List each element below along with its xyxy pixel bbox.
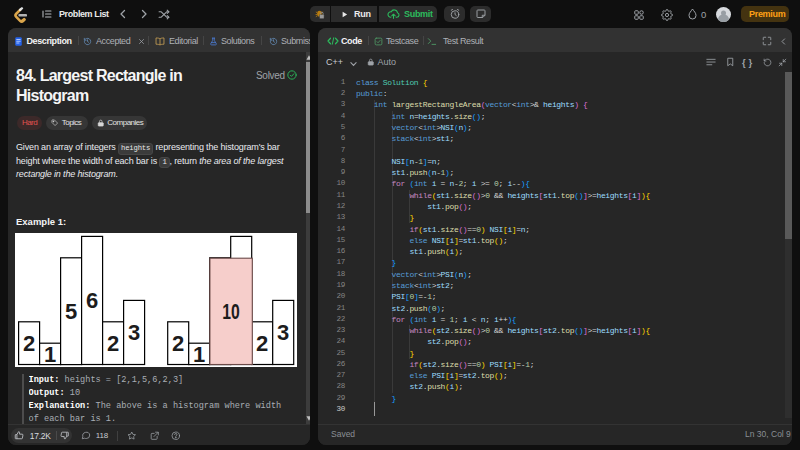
svg-text:3: 3 [127,320,139,345]
svg-text:2: 2 [22,331,34,356]
svg-text:3: 3 [277,320,289,345]
svg-text:2: 2 [256,331,268,356]
svg-text:1: 1 [193,341,205,366]
svg-text:1: 1 [43,341,55,366]
svg-text:10: 10 [222,299,240,324]
svg-text:5: 5 [64,299,76,324]
svg-text:2: 2 [106,331,118,356]
svg-text:2: 2 [172,331,184,356]
svg-text:6: 6 [85,288,97,313]
